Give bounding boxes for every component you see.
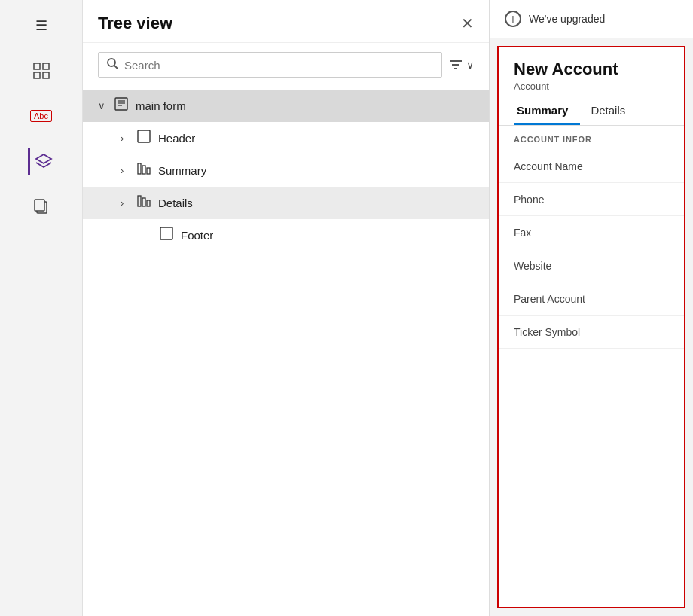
top-bar: i We've upgraded <box>490 0 693 38</box>
hamburger-menu-icon[interactable]: ☰ <box>28 12 55 39</box>
svg-rect-16 <box>138 130 150 142</box>
info-symbol: i <box>512 14 514 25</box>
svg-rect-3 <box>43 72 49 78</box>
tree-item-details-label: Details <box>158 197 193 209</box>
abc-text: Abc <box>30 110 52 122</box>
search-input[interactable] <box>124 59 434 72</box>
form-title: New Account <box>514 59 669 79</box>
tree-panel-title: Tree view <box>98 14 172 33</box>
copy-icon[interactable] <box>28 193 55 220</box>
field-ticker-symbol: Ticker Symbol <box>499 316 684 349</box>
chevron-right-icon: › <box>121 133 133 144</box>
footer-section-icon <box>160 227 173 244</box>
right-panel: i We've upgraded New Account Account Sum… <box>490 0 693 616</box>
field-label-phone: Phone <box>514 194 612 206</box>
tree-content: ∨ main form › Header › <box>83 87 489 616</box>
svg-rect-22 <box>147 200 150 206</box>
field-label-ticker-symbol: Ticker Symbol <box>514 326 612 338</box>
svg-rect-2 <box>34 72 40 78</box>
chevron-right-icon-2: › <box>121 165 133 176</box>
chevron-right-icon-3: › <box>121 197 133 209</box>
svg-rect-23 <box>160 227 172 239</box>
tree-item-footer-label: Footer <box>181 229 213 242</box>
form-subtitle: Account <box>514 81 669 92</box>
dashboard-icon[interactable] <box>28 57 55 84</box>
close-tree-panel-button[interactable]: ✕ <box>461 16 474 31</box>
svg-rect-6 <box>35 200 44 211</box>
tree-item-details[interactable]: › Details <box>83 187 489 219</box>
form-fields: ACCOUNT INFOR Account Name Phone Fax Web… <box>499 126 684 607</box>
tree-header: Tree view ✕ <box>83 0 489 43</box>
chevron-down-icon: ∨ <box>98 100 110 111</box>
filter-chevron-icon: ∨ <box>466 59 474 71</box>
svg-rect-21 <box>142 198 145 206</box>
tree-item-main-form-label: main form <box>136 99 186 112</box>
upgrade-text: We've upgraded <box>529 13 605 25</box>
form-tabs: Summary Details <box>499 98 684 126</box>
search-box <box>98 52 442 78</box>
svg-rect-12 <box>115 98 127 110</box>
tree-item-summary[interactable]: › Summary <box>83 154 489 187</box>
field-website: Website <box>499 249 684 282</box>
form-container: New Account Account Summary Details ACCO… <box>497 46 685 608</box>
tree-item-summary-label: Summary <box>158 164 206 177</box>
svg-rect-17 <box>138 163 141 174</box>
tab-summary[interactable]: Summary <box>514 98 580 125</box>
tree-view-panel: Tree view ✕ ∨ ∨ <box>83 0 490 616</box>
field-label-parent-account: Parent Account <box>514 293 612 305</box>
filter-button[interactable]: ∨ <box>448 57 474 72</box>
search-row: ∨ <box>83 43 489 87</box>
tab-details[interactable]: Details <box>588 98 637 125</box>
layers-icon[interactable] <box>28 148 55 175</box>
field-parent-account: Parent Account <box>499 282 684 316</box>
field-label-account-name: Account Name <box>514 160 612 172</box>
field-phone: Phone <box>499 183 684 216</box>
details-section-icon <box>137 194 151 212</box>
svg-marker-4 <box>36 154 51 163</box>
form-header: New Account Account <box>499 47 684 98</box>
sidebar-nav: ☰ Abc <box>0 0 83 616</box>
tree-item-header[interactable]: › Header <box>83 122 489 154</box>
header-section-icon <box>137 130 151 147</box>
field-label-website: Website <box>514 260 612 272</box>
svg-rect-20 <box>138 196 141 206</box>
tree-item-header-label: Header <box>158 132 195 145</box>
svg-rect-0 <box>34 63 40 69</box>
field-account-name: Account Name <box>499 150 684 183</box>
form-icon <box>114 97 128 114</box>
svg-line-8 <box>114 66 118 69</box>
info-icon: i <box>505 11 521 27</box>
svg-rect-19 <box>147 168 150 174</box>
section-header: ACCOUNT INFOR <box>499 126 684 150</box>
search-icon <box>106 57 118 72</box>
svg-rect-18 <box>142 166 145 174</box>
abc-badge-icon[interactable]: Abc <box>28 102 55 130</box>
tree-item-footer[interactable]: Footer <box>83 219 489 252</box>
filter-icon <box>448 57 463 72</box>
tree-item-main-form[interactable]: ∨ main form <box>83 90 489 122</box>
field-fax: Fax <box>499 216 684 249</box>
svg-rect-1 <box>43 63 49 69</box>
field-label-fax: Fax <box>514 227 612 239</box>
summary-section-icon <box>137 162 151 179</box>
